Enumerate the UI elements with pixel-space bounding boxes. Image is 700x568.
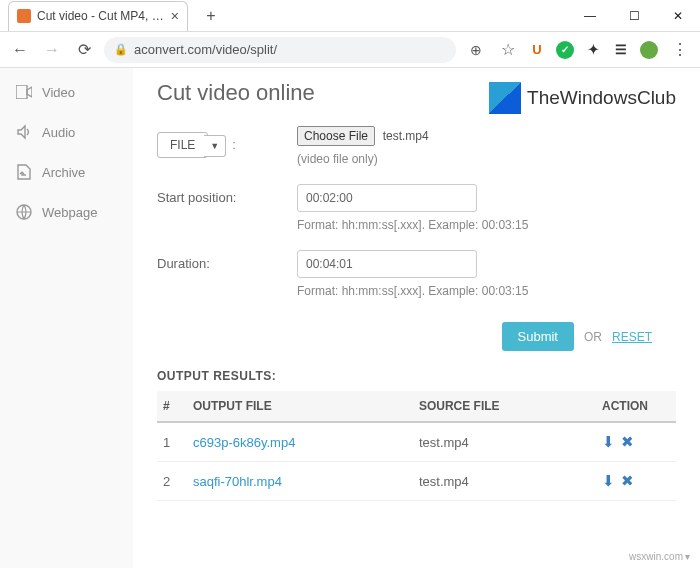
start-position-input[interactable]: [297, 184, 477, 212]
menu-icon[interactable]: ⋮: [668, 38, 692, 62]
col-num: #: [157, 391, 187, 422]
file-row: FILE ▼: Choose File test.mp4 (video file…: [157, 126, 676, 166]
archive-icon: [16, 164, 32, 180]
sidebar-label: Audio: [42, 125, 75, 140]
row-num: 2: [157, 462, 187, 501]
new-tab-button[interactable]: +: [198, 3, 224, 29]
source-file: test.mp4: [413, 422, 596, 462]
sidebar: Video Audio Archive Webpage: [0, 68, 133, 568]
extensions-icon[interactable]: ✦: [584, 41, 602, 59]
minimize-button[interactable]: —: [568, 0, 612, 32]
close-tab-icon[interactable]: ×: [171, 8, 179, 24]
delete-icon[interactable]: ✖: [621, 433, 634, 450]
start-position-row: Start position: Format: hh:mm:ss[.xxx]. …: [157, 184, 676, 232]
table-row: 2saqfi-70hlr.mp4test.mp4⬇✖: [157, 462, 676, 501]
window-controls: — ☐ ✕: [568, 0, 700, 32]
results-header: OUTPUT RESULTS:: [157, 369, 676, 383]
profile-avatar[interactable]: [640, 41, 658, 59]
duration-label: Duration:: [157, 250, 297, 298]
sidebar-label: Video: [42, 85, 75, 100]
page-content: Video Audio Archive Webpage Cut video on…: [0, 68, 700, 568]
download-icon[interactable]: ⬇: [602, 472, 615, 489]
back-button[interactable]: ←: [8, 38, 32, 62]
submit-row: Submit OR RESET: [157, 322, 676, 351]
chevron-down-icon: ▾: [685, 551, 690, 562]
output-file-link[interactable]: saqfi-70hlr.mp4: [193, 474, 282, 489]
col-output: OUTPUT FILE: [187, 391, 413, 422]
address-bar: ← → ⟳ 🔒 aconvert.com/video/split/ ⊕ ☆ U …: [0, 32, 700, 68]
logo-text: TheWindowsClub: [527, 87, 676, 109]
url-field[interactable]: 🔒 aconvert.com/video/split/: [104, 37, 456, 63]
col-source: SOURCE FILE: [413, 391, 596, 422]
audio-icon: [16, 124, 32, 140]
reset-link[interactable]: RESET: [612, 330, 652, 344]
submit-button[interactable]: Submit: [502, 322, 574, 351]
svg-rect-0: [16, 85, 27, 99]
sidebar-label: Archive: [42, 165, 85, 180]
webpage-icon: [16, 204, 32, 220]
choose-file-button[interactable]: Choose File: [297, 126, 375, 146]
file-hint: (video file only): [297, 152, 676, 166]
chosen-filename: test.mp4: [383, 129, 429, 143]
sidebar-item-audio[interactable]: Audio: [0, 112, 133, 152]
start-label: Start position:: [157, 184, 297, 232]
output-file-link[interactable]: c693p-6k86y.mp4: [193, 435, 295, 450]
start-hint: Format: hh:mm:ss[.xxx]. Example: 00:03:1…: [297, 218, 676, 232]
maximize-button[interactable]: ☐: [612, 0, 656, 32]
main-panel: Cut video online TheWindowsClub FILE ▼: …: [133, 68, 700, 568]
file-btn-label: FILE: [170, 138, 195, 152]
duration-hint: Format: hh:mm:ss[.xxx]. Example: 00:03:1…: [297, 284, 676, 298]
browser-titlebar: Cut video - Cut MP4, MOV, WEB × + — ☐ ✕: [0, 0, 700, 32]
video-icon: [16, 84, 32, 100]
col-action: ACTION: [596, 391, 676, 422]
file-source-dropdown[interactable]: ▼: [204, 135, 226, 157]
forward-button[interactable]: →: [40, 38, 64, 62]
duration-input[interactable]: [297, 250, 477, 278]
duration-row: Duration: Format: hh:mm:ss[.xxx]. Exampl…: [157, 250, 676, 298]
colon: :: [232, 137, 236, 152]
sidebar-item-archive[interactable]: Archive: [0, 152, 133, 192]
logo-icon: [489, 82, 521, 114]
source-file: test.mp4: [413, 462, 596, 501]
download-icon[interactable]: ⬇: [602, 433, 615, 450]
url-text: aconvert.com/video/split/: [134, 42, 277, 57]
tab-favicon: [17, 9, 31, 23]
watermark: wsxwin.com▾: [629, 551, 690, 562]
sidebar-item-video[interactable]: Video: [0, 72, 133, 112]
caret-down-icon: ▼: [210, 141, 219, 151]
table-row: 1c693p-6k86y.mp4test.mp4⬇✖: [157, 422, 676, 462]
tab-title: Cut video - Cut MP4, MOV, WEB: [37, 9, 165, 23]
close-window-button[interactable]: ✕: [656, 0, 700, 32]
sidebar-label: Webpage: [42, 205, 97, 220]
ext-ublock-icon[interactable]: U: [528, 41, 546, 59]
file-source-button[interactable]: FILE: [157, 132, 208, 158]
delete-icon[interactable]: ✖: [621, 472, 634, 489]
reload-button[interactable]: ⟳: [72, 38, 96, 62]
site-logo: TheWindowsClub: [489, 82, 676, 114]
bookmark-icon[interactable]: ☆: [496, 38, 520, 62]
or-text: OR: [584, 330, 602, 344]
results-table: # OUTPUT FILE SOURCE FILE ACTION 1c693p-…: [157, 391, 676, 501]
reading-list-icon[interactable]: ☰: [612, 41, 630, 59]
lock-icon: 🔒: [114, 43, 128, 56]
row-num: 1: [157, 422, 187, 462]
ext-green-icon[interactable]: ✓: [556, 41, 574, 59]
browser-tab[interactable]: Cut video - Cut MP4, MOV, WEB ×: [8, 1, 188, 31]
sidebar-item-webpage[interactable]: Webpage: [0, 192, 133, 232]
zoom-icon[interactable]: ⊕: [464, 38, 488, 62]
extensions: U ✓ ✦ ☰ ⋮: [528, 38, 692, 62]
